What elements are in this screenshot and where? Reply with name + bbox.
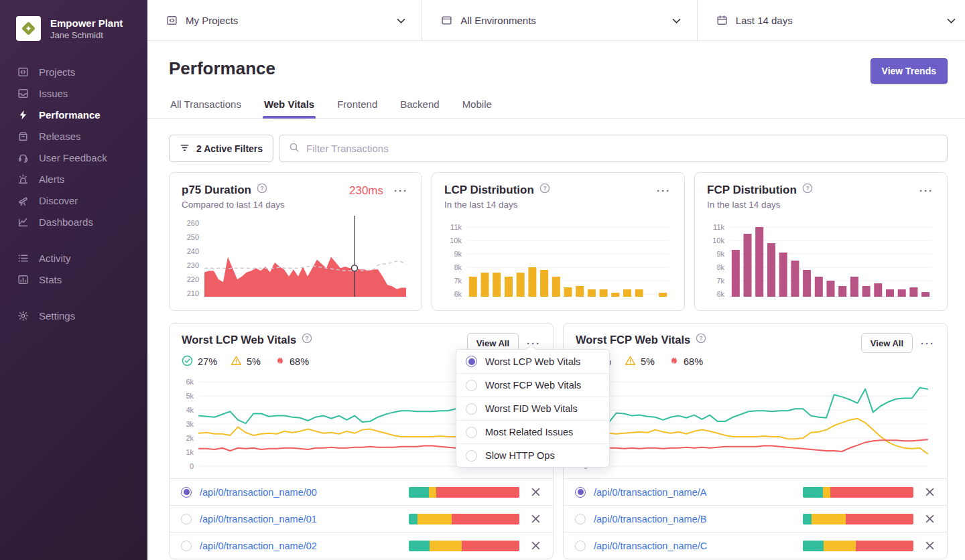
global-selection-bar: My Projects All Environments Last 14 day… — [147, 0, 965, 41]
menu-item-worst-fcp[interactable]: Worst FCP Web Vitals — [456, 373, 609, 397]
tab-all-transactions[interactable]: All Transactions — [169, 94, 243, 118]
table-row: /api/0/transaction_name/02 — [170, 532, 553, 559]
sidebar-item-settings[interactable]: Settings — [0, 305, 147, 326]
tab-frontend[interactable]: Frontend — [336, 94, 379, 118]
svg-text:?: ? — [700, 335, 703, 342]
search-input[interactable] — [306, 143, 938, 154]
fcp-distribution-card: FCP Distribution ? In the last 14 days ·… — [694, 172, 948, 311]
close-icon[interactable] — [924, 513, 936, 524]
menu-radio[interactable] — [466, 380, 477, 391]
sidebar-item-label: User Feedback — [39, 152, 107, 163]
card-title: p75 Duration — [182, 184, 251, 197]
transaction-link[interactable]: /api/0/transaction_name/00 — [200, 487, 401, 498]
sidebar-item-discover[interactable]: Discover — [0, 190, 147, 211]
vitals-breakdown-bar — [803, 487, 913, 498]
help-icon[interactable]: ? — [539, 183, 550, 197]
org-header[interactable]: Empower Plant Jane Schmidt — [0, 0, 147, 41]
menu-radio[interactable] — [466, 427, 477, 438]
sidebar-item-alerts[interactable]: Alerts — [0, 168, 147, 190]
help-icon[interactable]: ? — [802, 183, 813, 197]
svg-text:4k: 4k — [186, 406, 194, 414]
row-radio[interactable] — [181, 541, 192, 551]
svg-text:11k: 11k — [713, 223, 724, 231]
svg-text:9k: 9k — [716, 250, 724, 258]
row-radio[interactable] — [575, 514, 586, 524]
sidebar-item-stats[interactable]: Stats — [0, 269, 147, 290]
sidebar-item-performance[interactable]: Performance — [0, 104, 147, 125]
transaction-link[interactable]: /api/0/transaction_name/B — [594, 514, 795, 524]
performance-icon — [17, 109, 29, 121]
p75-duration-chart[interactable]: 210220230240250260 — [182, 214, 409, 305]
good-percent: 27% — [198, 356, 217, 367]
table-row: /api/0/transaction_name/00 — [170, 478, 553, 505]
sidebar-item-label: Activity — [39, 253, 71, 264]
more-options-button[interactable]: ··· — [393, 183, 409, 198]
close-icon[interactable] — [530, 540, 541, 551]
sidebar-item-dashboards[interactable]: Dashboards — [0, 211, 147, 232]
menu-radio[interactable] — [466, 403, 477, 415]
more-options-button[interactable]: ··· — [655, 183, 672, 198]
sidebar-item-activity[interactable]: Activity — [0, 247, 147, 269]
card-title: Worst FCP Web Vitals — [576, 334, 690, 346]
row-radio[interactable] — [181, 514, 192, 524]
active-filters-button[interactable]: 2 Active Filters — [169, 135, 273, 162]
menu-item-worst-fid[interactable]: Worst FID Web Vitals — [456, 397, 609, 420]
svg-text:260: 260 — [187, 219, 199, 227]
worst-fcp-chart[interactable]: 01k2k3k4k5k6k — [564, 368, 947, 474]
user-name: Jane Schmidt — [50, 29, 123, 41]
main-content: My Projects All Environments Last 14 day… — [147, 0, 965, 560]
transaction-link[interactable]: /api/0/transaction_name/C — [594, 541, 795, 551]
svg-text:210: 210 — [187, 289, 199, 297]
sidebar-item-label: Discover — [39, 195, 78, 206]
discover-icon — [17, 194, 29, 206]
menu-item-label: Worst FID Web Vitals — [485, 403, 578, 414]
row-radio[interactable] — [575, 487, 586, 498]
sidebar-item-releases[interactable]: Releases — [0, 125, 147, 147]
environment-selector[interactable]: All Environments — [422, 0, 696, 40]
project-selector[interactable]: My Projects — [147, 0, 422, 40]
tab-mobile[interactable]: Mobile — [461, 94, 493, 118]
sidebar-item-user-feedback[interactable]: User Feedback — [0, 147, 147, 168]
flame-icon — [274, 355, 285, 368]
card-subtitle: In the last 14 days — [444, 200, 550, 210]
transaction-link[interactable]: /api/0/transaction_name/A — [594, 487, 795, 498]
table-row: /api/0/transaction_name/C — [564, 532, 947, 559]
row-radio[interactable] — [181, 487, 192, 498]
view-trends-button[interactable]: View Trends — [871, 58, 948, 84]
more-options-button[interactable]: ··· — [919, 336, 936, 351]
help-icon[interactable]: ? — [696, 333, 706, 346]
fcp-distribution-chart[interactable]: 6k7k8k9k10k11k — [707, 214, 935, 305]
date-range-selector[interactable]: Last 14 days — [697, 0, 965, 40]
lcp-distribution-chart[interactable]: 6k7k8k9k10k11k — [444, 214, 672, 305]
tab-backend[interactable]: Backend — [399, 94, 440, 118]
menu-item-label: Worst FCP Web Vitals — [485, 380, 581, 391]
menu-item-worst-lcp[interactable]: Worst LCP Web Vitals — [456, 350, 609, 373]
row-radio[interactable] — [575, 541, 586, 551]
svg-text:250: 250 — [187, 233, 199, 241]
more-options-button[interactable]: ··· — [918, 183, 935, 198]
close-icon[interactable] — [530, 513, 541, 524]
menu-radio[interactable] — [466, 450, 477, 462]
card-title: FCP Distribution — [707, 184, 797, 197]
close-icon[interactable] — [530, 486, 541, 498]
help-icon[interactable]: ? — [302, 333, 312, 346]
transaction-link[interactable]: /api/0/transaction_name/02 — [200, 541, 401, 551]
menu-radio[interactable] — [466, 356, 477, 367]
sidebar-item-issues[interactable]: Issues — [0, 82, 147, 104]
menu-item-most-related-issues[interactable]: Most Related Issues — [456, 420, 609, 443]
sidebar-item-projects[interactable]: Projects — [0, 61, 147, 82]
check-circle-icon — [182, 355, 193, 368]
help-icon[interactable]: ? — [257, 183, 267, 197]
card-title: LCP Distribution — [444, 184, 534, 197]
stats-icon — [17, 273, 29, 285]
menu-item-slow-http-ops[interactable]: Slow HTTP Ops — [456, 443, 609, 467]
view-all-button[interactable]: View All — [861, 333, 913, 353]
close-icon[interactable] — [924, 486, 936, 498]
table-row: /api/0/transaction_name/B — [564, 505, 947, 532]
transaction-link[interactable]: /api/0/transaction_name/01 — [200, 514, 401, 524]
card-subtitle: Compared to last 14 days — [182, 200, 285, 210]
close-icon[interactable] — [924, 540, 936, 551]
tab-web-vitals[interactable]: Web Vitals — [263, 94, 316, 118]
svg-text:220: 220 — [187, 275, 199, 283]
settings-icon — [17, 309, 29, 322]
